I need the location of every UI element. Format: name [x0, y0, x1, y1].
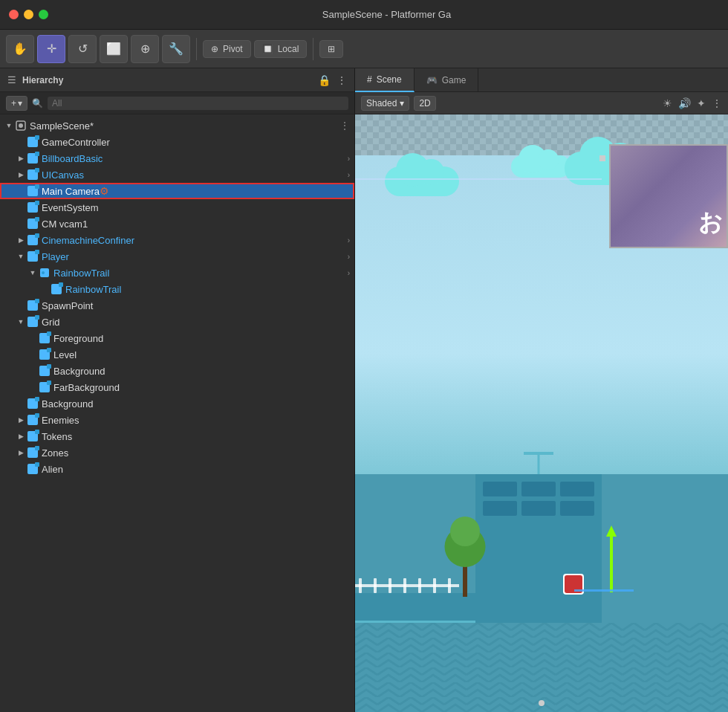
tree-label-foreground: Foreground: [53, 333, 103, 344]
sound-icon[interactable]: 🔊: [678, 97, 691, 109]
cloud-2: [511, 155, 571, 178]
tree-label-farbackground: FarBackground: [53, 382, 120, 393]
search-input[interactable]: [48, 97, 348, 110]
tree-label-rainbowtrail2: RainbowTrail: [65, 284, 121, 295]
main-layout: ☰ Hierarchy 🔒 ⋮ + ▾ 🔍 ▼ Samp: [0, 68, 728, 712]
hierarchy-title: Hierarchy: [22, 75, 63, 85]
tab-scene[interactable]: # Scene: [355, 68, 415, 92]
minimize-button[interactable]: [24, 10, 33, 19]
fence: [355, 578, 459, 593]
svg-point-1: [19, 123, 23, 128]
tree-label-uicanvas: UICanvas: [42, 169, 84, 181]
tree-item-samplescene[interactable]: ▼ SampleScene* ⋮: [0, 117, 354, 134]
tree-item-tokens[interactable]: ▶ Tokens: [0, 428, 354, 444]
tree-item-cinemachineconfiner[interactable]: ▶ CinemachineConfiner ›: [0, 232, 354, 248]
settings-icon-maincamera: ⚙: [100, 185, 109, 197]
local-icon: 🔲: [262, 44, 273, 54]
rect-tool-button[interactable]: ⊕: [131, 35, 159, 63]
tree-label-maincamera: Main Camera: [42, 186, 100, 197]
cube-background-grid: [39, 365, 51, 377]
tree-item-alien[interactable]: ▶ Alien: [0, 461, 354, 477]
arrow-billboardbasic: ▶: [15, 152, 27, 164]
tree-label-cinemachineconfiner: CinemachineConfiner: [42, 235, 134, 246]
tree-item-gamecontroller[interactable]: ▶ GameController: [0, 134, 354, 150]
add-button[interactable]: + ▾: [6, 96, 27, 111]
tree-item-billboardbasic[interactable]: ▶ BillboardBasic ›: [0, 150, 354, 166]
tree-item-spawnpoint[interactable]: ▶ SpawnPoint: [0, 297, 354, 314]
fx-icon[interactable]: ✦: [697, 97, 706, 109]
tree-item-maincamera[interactable]: ▶ Main Camera ⚙: [0, 183, 354, 199]
tree-item-rainbowtrail2[interactable]: ▶ RainbowTrail: [0, 281, 354, 297]
svg-rect-5: [355, 623, 728, 712]
tree-item-farbackground[interactable]: ▶ FarBackground: [0, 379, 354, 395]
tree-item-background-grid[interactable]: ▶ Background: [0, 363, 354, 379]
cube-enemies: [27, 414, 39, 426]
expand-uicanvas: ›: [348, 171, 350, 179]
water-area: [355, 623, 728, 712]
game-tab-label: Game: [442, 75, 467, 85]
arrow-zones: ▶: [15, 447, 27, 459]
tree-item-foreground[interactable]: ▶ Foreground: [0, 330, 354, 346]
tree-item-zones[interactable]: ▶ Zones: [0, 444, 354, 461]
tree-label-spawnpoint: SpawnPoint: [42, 300, 93, 311]
svg-rect-6: [355, 584, 459, 587]
pivot-icon: ⊕: [211, 44, 218, 54]
hand-tool-button[interactable]: ✋: [6, 35, 34, 63]
expand-player: ›: [348, 253, 350, 261]
tree-label-zones: Zones: [42, 447, 68, 459]
svg-rect-15: [610, 536, 613, 592]
expand-cinemachineconfiner: ›: [348, 236, 350, 245]
cube-eventsystem: [27, 201, 39, 213]
expand-rainbowtrail1: ›: [348, 269, 350, 277]
tree-label-player: Player: [42, 251, 69, 262]
cube-rainbowtrail2: [51, 283, 62, 295]
hierarchy-tree[interactable]: ▼ SampleScene* ⋮ ▶ GameController ▶ Bill…: [0, 114, 354, 712]
shaded-arrow: ▾: [400, 98, 404, 109]
arrow-cinemachineconfiner: ▶: [15, 234, 27, 246]
cube-spawnpoint: [27, 300, 39, 311]
tree-label-rainbowtrail1: RainbowTrail: [53, 268, 109, 279]
tree-label-level: Level: [53, 349, 77, 360]
light-icon[interactable]: ☀: [663, 97, 672, 109]
pivot-button[interactable]: ⊕ Pivot: [203, 40, 251, 58]
cube-tokens: [27, 430, 39, 442]
transform-tool-button[interactable]: 🔧: [162, 35, 190, 63]
tree-item-rainbowtrail1[interactable]: ▼ RainbowTrail ›: [0, 265, 354, 281]
grid-button[interactable]: ⊞: [319, 40, 343, 58]
shaded-dropdown[interactable]: Shaded ▾: [361, 96, 409, 111]
cube-rainbowtrail1: [39, 267, 51, 279]
more-samplescene[interactable]: ⋮: [339, 120, 350, 132]
gizmo-x-line: [574, 589, 634, 592]
tree-item-uicanvas[interactable]: ▶ UICanvas ›: [0, 166, 354, 183]
more-icon[interactable]: ⋮: [337, 74, 347, 86]
cloud-1: [385, 166, 459, 196]
close-button[interactable]: [9, 10, 19, 19]
tree-item-eventsystem[interactable]: ▶ EventSystem: [0, 199, 354, 216]
rotate-tool-button[interactable]: ↺: [68, 35, 97, 63]
cube-alien: [27, 463, 39, 475]
tree-item-cmvcam1[interactable]: ▶ CM vcam1: [0, 216, 354, 232]
tree-item-enemies[interactable]: ▶ Enemies: [0, 412, 354, 428]
cube-grid: [27, 316, 39, 328]
tree-item-player[interactable]: ▼ Player ›: [0, 248, 354, 265]
lock-icon[interactable]: 🔒: [318, 74, 331, 86]
2d-button[interactable]: 2D: [414, 96, 435, 111]
expand-billboardbasic: ›: [348, 155, 350, 163]
scale-tool-button[interactable]: ⬜: [100, 35, 128, 63]
pivot-label: Pivot: [223, 44, 243, 54]
scene-toolbar: Shaded ▾ 2D ☀ 🔊 ✦ ⋮: [355, 92, 728, 114]
svg-marker-14: [606, 525, 617, 537]
window-title: SampleScene - Platformer Ga: [54, 9, 719, 20]
tab-game[interactable]: 🎮 Game: [415, 68, 479, 92]
scene-viewport[interactable]: お: [355, 114, 728, 712]
hierarchy-header: ☰ Hierarchy 🔒 ⋮: [0, 68, 354, 92]
arrow-enemies: ▶: [15, 414, 27, 426]
svg-rect-12: [433, 578, 436, 593]
move-tool-button[interactable]: ✛: [37, 35, 65, 63]
tree-item-grid[interactable]: ▼ Grid: [0, 314, 354, 330]
maximize-button[interactable]: [39, 10, 48, 19]
tree-item-background-root[interactable]: ▶ Background: [0, 395, 354, 412]
tree-item-level[interactable]: ▶ Level: [0, 346, 354, 363]
more-scene-icon[interactable]: ⋮: [712, 97, 722, 109]
local-button[interactable]: 🔲 Local: [254, 40, 308, 58]
